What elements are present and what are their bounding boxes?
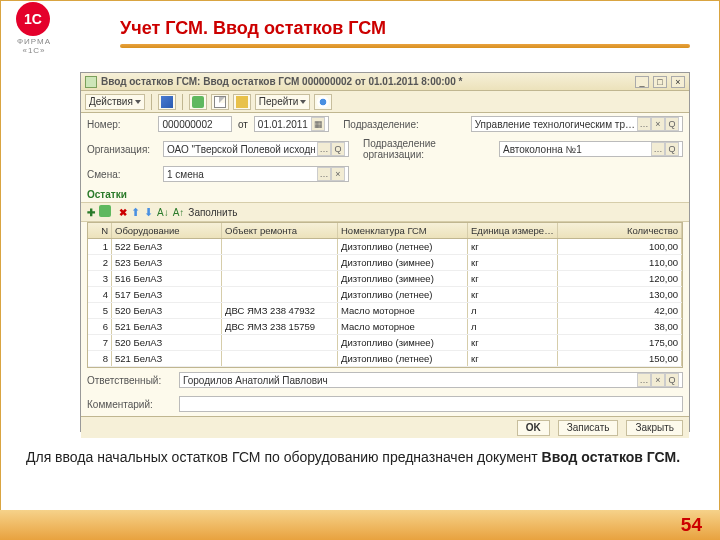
chevron-down-icon: [300, 100, 306, 104]
cell-object: [222, 335, 338, 350]
actions-dropdown[interactable]: Действия: [85, 94, 145, 110]
open-button[interactable]: Q: [665, 373, 679, 387]
org-input[interactable]: ОАО "Тверской Полевой исходный"…Q: [163, 141, 349, 157]
division-input[interactable]: Управление технологическим тр……×Q: [471, 116, 683, 132]
cell-quantity: 120,00: [558, 271, 682, 286]
chevron-down-icon: [135, 100, 141, 104]
cell-unit: кг: [468, 287, 558, 302]
sort-desc-button[interactable]: A↑: [173, 207, 185, 218]
org-div-input[interactable]: Автоколонна №1…Q: [499, 141, 683, 157]
cell-n: 3: [88, 271, 112, 286]
cell-n: 5: [88, 303, 112, 318]
copy-row-button[interactable]: [99, 205, 111, 219]
cell-unit: кг: [468, 239, 558, 254]
open-button[interactable]: Q: [665, 142, 679, 156]
cell-nomenclature: Масло моторное: [338, 319, 468, 334]
select-button[interactable]: …: [317, 142, 331, 156]
cell-object: ДВС ЯМЗ 238 15759: [222, 319, 338, 334]
org-label: Организация:: [87, 144, 157, 155]
report-button[interactable]: [211, 94, 229, 110]
select-button[interactable]: …: [651, 142, 665, 156]
table-row[interactable]: 4517 БелАЗДизтопливо (летнее)кг130,00: [88, 287, 682, 303]
logo-subtext: ФИРМА «1С»: [8, 37, 60, 55]
cell-unit: кг: [468, 351, 558, 366]
col-header-equipment[interactable]: Оборудование: [112, 223, 222, 238]
cell-unit: л: [468, 319, 558, 334]
add-row-button[interactable]: ✚: [87, 207, 95, 218]
footer-stripe: [0, 510, 720, 540]
app-window: Ввод остатков ГСМ: Ввод остатков ГСМ 000…: [80, 72, 690, 432]
window-help-button[interactable]: _: [635, 76, 649, 88]
post-icon: [192, 96, 204, 108]
col-header-object[interactable]: Объект ремонта: [222, 223, 338, 238]
date-input[interactable]: 01.01.2011▦: [254, 116, 329, 132]
save-button[interactable]: Записать: [558, 420, 619, 436]
col-header-unit[interactable]: Единица измере…: [468, 223, 558, 238]
fill-dropdown[interactable]: Заполнить: [188, 207, 237, 218]
sort-asc-button[interactable]: A↓: [157, 207, 169, 218]
col-header-nomenclature[interactable]: Номенклатура ГСМ: [338, 223, 468, 238]
from-label: от: [238, 119, 248, 130]
help-icon: [317, 96, 329, 108]
delete-row-button[interactable]: ✖: [119, 207, 127, 218]
ok-button[interactable]: OK: [517, 420, 550, 436]
cell-quantity: 110,00: [558, 255, 682, 270]
cell-equipment: 521 БелАЗ: [112, 319, 222, 334]
cell-n: 4: [88, 287, 112, 302]
clear-button[interactable]: ×: [651, 117, 665, 131]
col-header-n[interactable]: N: [88, 223, 112, 238]
goto-label: Перейти: [259, 96, 299, 107]
move-up-button[interactable]: ⬆: [131, 206, 140, 219]
close-button[interactable]: Закрыть: [626, 420, 683, 436]
cell-object: ДВС ЯМЗ 238 47932: [222, 303, 338, 318]
cell-nomenclature: Дизтопливо (летнее): [338, 239, 468, 254]
col-header-quantity[interactable]: Количество: [558, 223, 682, 238]
window-maximize-button[interactable]: □: [653, 76, 667, 88]
table-row[interactable]: 7520 БелАЗДизтопливо (зимнее)кг175,00: [88, 335, 682, 351]
cell-nomenclature: Дизтопливо (летнее): [338, 351, 468, 366]
post-button[interactable]: [189, 94, 207, 110]
clear-button[interactable]: ×: [331, 167, 345, 181]
select-button[interactable]: …: [637, 373, 651, 387]
move-down-button[interactable]: ⬇: [144, 206, 153, 219]
select-button[interactable]: …: [317, 167, 331, 181]
section-title: Остатки: [81, 185, 689, 202]
open-button[interactable]: Q: [665, 117, 679, 131]
help-button[interactable]: [314, 94, 332, 110]
select-button[interactable]: …: [637, 117, 651, 131]
window-close-button[interactable]: ×: [671, 76, 685, 88]
table-row[interactable]: 6521 БелАЗДВС ЯМЗ 238 15759Масло моторно…: [88, 319, 682, 335]
cell-n: 1: [88, 239, 112, 254]
table-row[interactable]: 1522 БелАЗДизтопливо (летнее)кг100,00: [88, 239, 682, 255]
cell-equipment: 521 БелАЗ: [112, 351, 222, 366]
cell-nomenclature: Дизтопливо (зимнее): [338, 271, 468, 286]
table-row[interactable]: 3516 БелАЗДизтопливо (зимнее)кг120,00: [88, 271, 682, 287]
fill-label: Заполнить: [188, 207, 237, 218]
movement-button[interactable]: [233, 94, 251, 110]
shift-input[interactable]: 1 смена…×: [163, 166, 349, 182]
table-row[interactable]: 2523 БелАЗДизтопливо (зимнее)кг110,00: [88, 255, 682, 271]
caption-text: Для ввода начальных остатков ГСМ по обор…: [26, 449, 542, 465]
number-input[interactable]: 000000002: [158, 116, 231, 132]
cell-unit: кг: [468, 271, 558, 286]
table-row[interactable]: 8521 БелАЗДизтопливо (летнее)кг150,00: [88, 351, 682, 367]
window-footer: OK Записать Закрыть: [81, 416, 689, 438]
grid-header: N Оборудование Объект ремонта Номенклату…: [88, 223, 682, 239]
cell-n: 7: [88, 335, 112, 350]
data-grid: N Оборудование Объект ремонта Номенклату…: [87, 222, 683, 368]
clear-button[interactable]: ×: [651, 373, 665, 387]
cell-object: [222, 287, 338, 302]
goto-dropdown[interactable]: Перейти: [255, 94, 311, 110]
responsible-input[interactable]: Городилов Анатолий Павлович…×Q: [179, 372, 683, 388]
cell-n: 6: [88, 319, 112, 334]
cell-n: 2: [88, 255, 112, 270]
shift-label: Смена:: [87, 169, 157, 180]
calendar-button[interactable]: ▦: [311, 117, 325, 131]
open-button[interactable]: Q: [331, 142, 345, 156]
comment-label: Комментарий:: [87, 399, 173, 410]
comment-input[interactable]: [179, 396, 683, 412]
cell-equipment: 520 БелАЗ: [112, 303, 222, 318]
save-button[interactable]: [158, 94, 176, 110]
table-row[interactable]: 5520 БелАЗДВС ЯМЗ 238 47932Масло моторно…: [88, 303, 682, 319]
window-titlebar: Ввод остатков ГСМ: Ввод остатков ГСМ 000…: [81, 73, 689, 91]
